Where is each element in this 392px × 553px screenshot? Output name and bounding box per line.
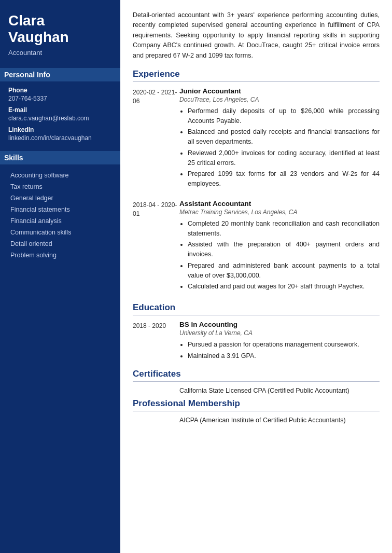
skill-item: General ledger bbox=[8, 192, 112, 204]
experience-entry: 2020-02 - 2021-06Junior AccountantDocuTr… bbox=[133, 87, 380, 190]
entry-job-title: Assistant Accountant bbox=[179, 200, 380, 208]
membership-entry: AICPA (American Institute of Certified P… bbox=[133, 417, 380, 424]
edu-degree: BS in Accounting bbox=[179, 321, 380, 328]
membership-value: AICPA (American Institute of Certified P… bbox=[179, 417, 346, 424]
experience-list: 2020-02 - 2021-06Junior AccountantDocuTr… bbox=[133, 87, 380, 293]
phone-value: 207-764-5337 bbox=[8, 95, 112, 102]
bullet-item: Completed 20 monthly bank reconciliation… bbox=[188, 219, 380, 239]
entry-bullets: Performed daily deposits of up to $26,00… bbox=[179, 106, 380, 189]
entry-company: Metrac Training Services, Los Angeles, C… bbox=[179, 209, 380, 216]
skill-item: Tax returns bbox=[8, 181, 112, 192]
certificates-divider bbox=[133, 381, 380, 382]
bullet-item: Performed daily deposits of up to $26,00… bbox=[188, 106, 380, 126]
skill-item: Problem solving bbox=[8, 250, 112, 261]
experience-section: Experience 2020-02 - 2021-06Junior Accou… bbox=[133, 69, 380, 293]
certificate-entry: California State Licensed CPA (Certified… bbox=[133, 387, 380, 394]
bullet-item: Assisted with the preparation of 400+ pa… bbox=[188, 240, 380, 259]
linkedin-label: LinkedIn bbox=[8, 126, 112, 133]
edu-date: 2018 - 2020 bbox=[133, 321, 179, 363]
entry-company: DocuTrace, Los Angeles, CA bbox=[179, 96, 380, 103]
bullet-item: Prepared 1099 tax forms for all 23 vendo… bbox=[188, 169, 380, 189]
membership-section: Professional Membership AICPA (American … bbox=[133, 398, 380, 424]
entry-date: 2020-02 - 2021-06 bbox=[133, 87, 179, 190]
bullet-item: Prepared and administered bank account p… bbox=[188, 261, 380, 281]
membership-header: Professional Membership bbox=[133, 398, 380, 409]
skills-list: Accounting softwareTax returnsGeneral le… bbox=[8, 170, 112, 261]
edu-institution: University of La Verne, CA bbox=[179, 329, 380, 337]
bullet-item: Calculated and paid out wages for 20+ st… bbox=[188, 282, 380, 292]
resume-wrapper: Clara Vaughan Accountant Personal Info P… bbox=[0, 0, 392, 553]
education-header: Education bbox=[133, 302, 380, 313]
sidebar: Clara Vaughan Accountant Personal Info P… bbox=[0, 0, 120, 553]
skill-item: Financial analysis bbox=[8, 215, 112, 227]
main-content: Detail-oriented accountant with 3+ years… bbox=[120, 0, 392, 553]
linkedin-value: linkedin.com/in/claracvaughan bbox=[8, 134, 112, 142]
summary-text: Detail-oriented accountant with 3+ years… bbox=[133, 10, 380, 61]
candidate-name: Clara Vaughan bbox=[8, 12, 112, 46]
email-label: E-mail bbox=[8, 106, 112, 114]
education-entry: 2018 - 2020BS in AccountingUniversity of… bbox=[133, 321, 380, 363]
skills-section: Skills Accounting softwareTax returnsGen… bbox=[8, 151, 112, 261]
skill-item: Communication skills bbox=[8, 227, 112, 238]
personal-info-header: Personal Info bbox=[0, 68, 120, 81]
skills-header: Skills bbox=[0, 151, 120, 164]
certificates-section: Certificates California State Licensed C… bbox=[133, 369, 380, 394]
entry-body: Junior AccountantDocuTrace, Los Angeles,… bbox=[179, 87, 380, 190]
edu-bullet-item: Maintained a 3.91 GPA. bbox=[188, 351, 380, 361]
bullet-item: Reviewed 2,000+ invoices for coding accu… bbox=[188, 148, 380, 168]
education-section: Education 2018 - 2020BS in AccountingUni… bbox=[133, 302, 380, 363]
entry-bullets: Completed 20 monthly bank reconciliation… bbox=[179, 219, 380, 292]
phone-label: Phone bbox=[8, 87, 112, 94]
membership-divider bbox=[133, 411, 380, 411]
bullet-item: Balanced and posted daily receipts and f… bbox=[188, 127, 380, 147]
education-list: 2018 - 2020BS in AccountingUniversity of… bbox=[133, 321, 380, 363]
edu-bullet-item: Pursued a passion for operations managem… bbox=[188, 340, 380, 350]
entry-body: Assistant AccountantMetrac Training Serv… bbox=[179, 200, 380, 293]
entry-date: 2018-04 - 2020-01 bbox=[133, 200, 179, 293]
experience-divider bbox=[133, 81, 380, 82]
certificate-value: California State Licensed CPA (Certified… bbox=[179, 387, 349, 394]
email-value: clara.c.vaughan@reslab.com bbox=[8, 115, 112, 122]
skill-item: Detail oriented bbox=[8, 238, 112, 250]
education-divider bbox=[133, 315, 380, 315]
experience-header: Experience bbox=[133, 69, 380, 79]
entry-job-title: Junior Accountant bbox=[179, 87, 380, 95]
skill-item: Financial statements bbox=[8, 204, 112, 215]
skill-item: Accounting software bbox=[8, 170, 112, 181]
certificates-header: Certificates bbox=[133, 369, 380, 379]
edu-body: BS in AccountingUniversity of La Verne, … bbox=[179, 321, 380, 363]
candidate-title: Accountant bbox=[8, 49, 112, 57]
edu-bullets: Pursued a passion for operations managem… bbox=[179, 340, 380, 361]
experience-entry: 2018-04 - 2020-01Assistant AccountantMet… bbox=[133, 200, 380, 293]
